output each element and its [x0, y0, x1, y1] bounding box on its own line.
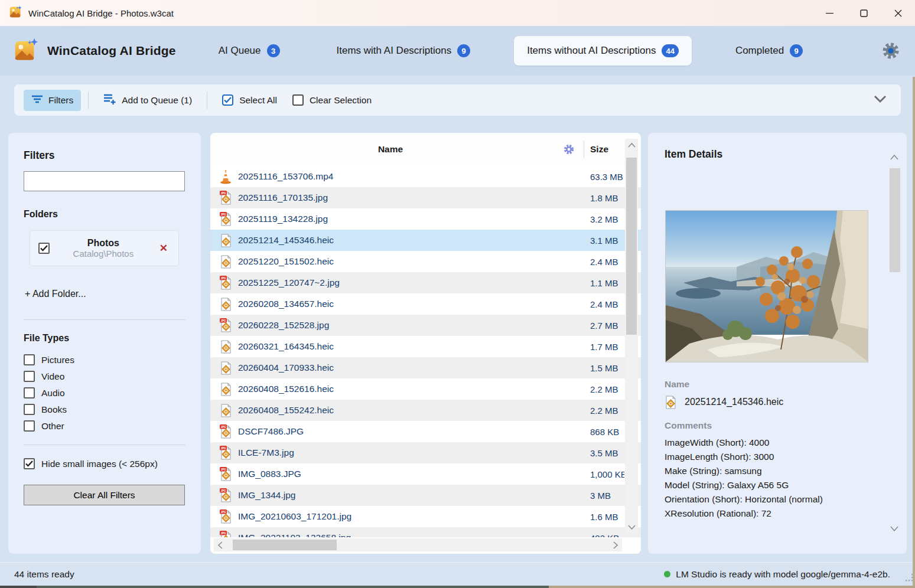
file-type-checkbox-audio[interactable]: Audio	[24, 387, 185, 398]
empty-box-icon	[24, 354, 35, 365]
select-all-label: Select All	[239, 95, 277, 106]
item-details-panel: Item Details	[648, 133, 907, 554]
filters-heading: Filters	[24, 149, 185, 162]
file-row[interactable]: 20251214_145346.heic3.1 MB	[210, 230, 641, 251]
toolbar-separator	[88, 92, 89, 109]
file-type-label: Books	[41, 404, 67, 415]
file-type-checkbox-books[interactable]: Books	[24, 404, 185, 415]
scroll-up-icon[interactable]	[625, 139, 638, 152]
file-type-list: PicturesVideoAudioBooksOther	[24, 354, 185, 432]
file-row[interactable]: JPG20260228_152528.jpg2.7 MB	[210, 315, 641, 336]
file-name: ILCE-7M3.jpg	[238, 447, 590, 458]
scroll-down-icon[interactable]	[625, 521, 638, 534]
file-size: 1.5 MB	[590, 363, 624, 373]
file-size: 63.3 MB	[590, 172, 624, 182]
file-row[interactable]: JPGIMG_1344.jpg3 MB	[210, 485, 641, 506]
scrollbar-thumb[interactable]	[626, 158, 637, 335]
exif-line: Make (String): samsung	[665, 464, 890, 478]
name-column-header[interactable]: Name	[220, 144, 561, 155]
file-size: 3.1 MB	[590, 236, 624, 246]
vertical-scrollbar[interactable]	[625, 139, 638, 534]
tab-ai-queue[interactable]: AI Queue3	[206, 36, 293, 66]
filter-text-input[interactable]	[24, 171, 185, 191]
file-row[interactable]: 20251116_153706.mp463.3 MB	[210, 166, 641, 187]
file-list-header: Name Size	[210, 133, 641, 166]
file-type-checkbox-pictures[interactable]: Pictures	[24, 354, 185, 365]
clear-selection-label: Clear Selection	[310, 95, 372, 106]
filters-label: Filters	[48, 95, 73, 106]
horizontal-scrollbar[interactable]	[214, 538, 622, 551]
file-size: 868 KB	[590, 427, 624, 437]
file-row[interactable]: 20260408_152616.heic2.2 MB	[210, 378, 641, 400]
jpg-file-icon: JPG	[220, 211, 233, 227]
folder-checkbox-checked[interactable]	[38, 243, 50, 254]
heic-file-icon	[220, 296, 233, 312]
file-name: 20251119_134228.jpg	[238, 214, 590, 224]
file-size: 1.7 MB	[590, 342, 624, 352]
select-all-button[interactable]: Select All	[214, 90, 285, 110]
svg-text:JPG: JPG	[220, 510, 226, 513]
tab-count-badge: 9	[790, 44, 803, 57]
file-row[interactable]: JPGILCE-7M3.jpg3.5 MB	[210, 442, 641, 463]
app-logo-icon	[14, 37, 39, 64]
scrollbar-thumb[interactable]	[233, 540, 337, 550]
add-folder-button[interactable]: + Add Folder...	[25, 289, 185, 299]
file-row[interactable]: 20251220_151502.heic2.4 MB	[210, 251, 641, 272]
file-row[interactable]: JPGIMG_20221103_133658.jpg483 KB	[210, 527, 641, 537]
file-row[interactable]: JPGIMG_0883.JPG1,000 KB	[210, 463, 641, 485]
remove-folder-x-icon[interactable]: ✕	[157, 241, 170, 256]
file-name: 20260321_164345.heic	[238, 341, 590, 352]
clear-selection-button[interactable]: Clear Selection	[285, 90, 379, 110]
exif-line: ImageLength (Short): 3000	[665, 450, 890, 464]
file-name: IMG_0883.JPG	[238, 469, 590, 479]
details-scrollbar[interactable]	[888, 151, 902, 535]
file-name: IMG_1344.jpg	[238, 490, 590, 501]
svg-text:JPG: JPG	[220, 191, 226, 194]
file-row[interactable]: 20260408_155242.heic2.2 MB	[210, 400, 641, 421]
file-name: 20251214_145346.heic	[238, 235, 590, 246]
exif-comments: ImageWidth (Short): 4000ImageLength (Sho…	[665, 436, 890, 521]
file-size: 1.8 MB	[590, 193, 624, 203]
folder-item[interactable]: Photos Catalog\Photos ✕	[30, 230, 179, 266]
scroll-up-icon[interactable]	[888, 151, 901, 164]
file-row[interactable]: JPGIMG_20210603_171201.jpg1.6 MB	[210, 506, 641, 527]
file-row[interactable]: 20260404_170933.heic1.5 MB	[210, 357, 641, 378]
scrollbar-thumb[interactable]	[890, 168, 900, 272]
file-row[interactable]: 20260321_164345.heic1.7 MB	[210, 336, 641, 357]
file-type-checkbox-other[interactable]: Other	[24, 420, 185, 432]
maximize-button[interactable]	[846, 0, 881, 26]
settings-gear-icon[interactable]	[881, 41, 901, 61]
close-button[interactable]	[881, 0, 915, 26]
file-row[interactable]: JPGDSCF7486.JPG868 KB	[210, 421, 641, 442]
file-size: 2.7 MB	[590, 321, 624, 331]
add-to-queue-label: Add to Queue (1)	[122, 95, 192, 106]
file-row[interactable]: JPG20251225_120747~2.jpg1.1 MB	[210, 272, 641, 293]
jpg-file-icon: JPG	[220, 275, 233, 290]
file-types-heading: File Types	[24, 333, 185, 344]
filters-button[interactable]: Filters	[24, 90, 81, 111]
heic-file-icon	[220, 254, 233, 269]
file-row[interactable]: JPG20251116_170135.jpg1.8 MB	[210, 187, 641, 208]
folder-path: Catalog\Photos	[50, 249, 157, 259]
file-type-label: Audio	[41, 388, 65, 398]
scroll-down-icon[interactable]	[888, 522, 901, 535]
jpg-file-icon: JPG	[220, 466, 233, 482]
scroll-right-icon[interactable]	[609, 538, 622, 551]
file-row[interactable]: 20260208_134657.heic2.4 MB	[210, 293, 641, 315]
file-row[interactable]: JPG20251119_134228.jpg3.2 MB	[210, 208, 641, 230]
tab-items-with-ai-descriptions[interactable]: Items with AI Descriptions9	[324, 36, 484, 66]
column-settings-gear-icon[interactable]	[561, 144, 577, 155]
scroll-left-icon[interactable]	[214, 538, 227, 551]
toolbar-collapse-chevron-icon[interactable]	[874, 95, 891, 106]
heic-file-icon	[220, 339, 233, 354]
add-to-queue-button[interactable]: Add to Queue (1)	[96, 89, 200, 112]
empty-box-icon	[24, 404, 35, 415]
file-type-checkbox-video[interactable]: Video	[24, 371, 185, 382]
file-size: 1,000 KB	[590, 469, 624, 479]
hide-small-images-checkbox[interactable]: Hide small images (< 256px)	[24, 458, 185, 469]
tab-items-without-ai-descriptions[interactable]: Items without AI Descriptions44	[514, 36, 692, 66]
clear-all-filters-button[interactable]: Clear All Filters	[24, 485, 185, 505]
toolbar-separator	[207, 92, 207, 109]
tab-completed[interactable]: Completed9	[722, 36, 816, 66]
minimize-button[interactable]	[812, 0, 846, 26]
